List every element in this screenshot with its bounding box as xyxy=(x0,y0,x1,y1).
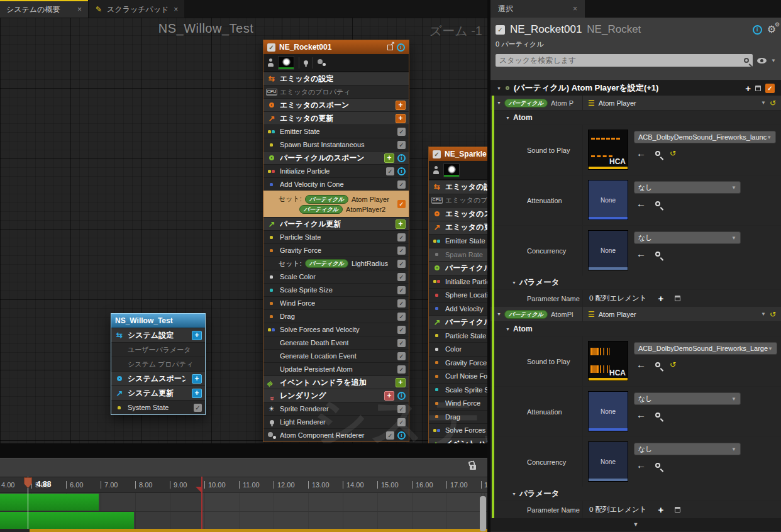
collapse-icon[interactable]: ▼ xyxy=(497,86,501,91)
gear-icon[interactable]: ⚙⚙ xyxy=(767,25,776,35)
module-enabled-checkbox[interactable]: ✓ xyxy=(397,299,406,308)
module-gravity-force[interactable]: Gravity Force xyxy=(429,356,487,370)
emitter-thumbnail[interactable] xyxy=(443,163,460,177)
module-wind-force[interactable]: Wind Force✓ xyxy=(263,296,409,309)
attenuation-thumbnail[interactable]: None xyxy=(588,391,628,431)
module-enabled-checkbox[interactable]: ✓ xyxy=(386,167,394,175)
light-icon[interactable] xyxy=(304,60,308,65)
stack-group-system-update[interactable]: ↗システム更新+ xyxy=(111,385,205,400)
emitter-track-bar[interactable] xyxy=(0,512,134,529)
module-enabled-checkbox[interactable]: ✓ xyxy=(397,247,406,255)
atom-subsection[interactable]: ▼Atom xyxy=(490,322,781,336)
atom-subsection[interactable]: ▼Atom xyxy=(490,111,781,125)
system-node[interactable]: NS_Willow_Test ⇆システム設定+ ユーザーパラメータ システム プ… xyxy=(111,313,206,415)
emitter-enabled-checkbox[interactable]: ✓ xyxy=(267,43,275,52)
module-enabled-checkbox[interactable]: ✓ xyxy=(397,200,406,208)
add-module-button[interactable]: + xyxy=(384,153,394,163)
parameters-subsection[interactable]: ▼パラメータ xyxy=(490,275,781,289)
collapse-icon[interactable]: ▼ xyxy=(512,492,516,496)
module-update-persistent-atom[interactable]: Update Persistent Atom✓ xyxy=(263,362,409,375)
stack-item-emitter-properties[interactable]: CPUエミッタのプロパティ xyxy=(263,85,409,98)
use-selected-icon[interactable]: ← xyxy=(636,360,646,369)
stack-group-emitter-settings[interactable]: ⇆エミッタの設定 xyxy=(263,72,409,85)
scroll-more-indicator[interactable]: ▼ xyxy=(490,518,781,531)
module-enabled-checkbox[interactable]: ✓ xyxy=(397,233,406,241)
module-particle-state[interactable]: Particle State✓ xyxy=(263,230,409,243)
emitter-thumbnail[interactable] xyxy=(278,56,294,70)
section-enabled-checkbox[interactable]: ✓ xyxy=(765,84,775,93)
browse-icon[interactable] xyxy=(655,413,660,418)
reset-icon[interactable]: ↺ xyxy=(670,150,676,157)
tab-system-overview[interactable]: システムの概要 × xyxy=(0,0,88,18)
stack-group-emitter-spawn[interactable]: エミッタのスポーン xyxy=(429,207,487,221)
timeline-hscrollbar[interactable] xyxy=(0,529,487,532)
set-parameters-section-header[interactable]: ▼ (パーティクル) Atom Playerを設定(+1) + ✓ xyxy=(490,80,781,96)
module-initialize-particle[interactable]: Initialize Particle xyxy=(429,275,487,289)
add-element-button[interactable]: + xyxy=(658,294,663,303)
emitter-node-header[interactable]: ✓ NE_Sparkle xyxy=(429,147,487,161)
module-set-lightradius[interactable]: セット:パーティクルLightRadius✓ xyxy=(263,257,409,270)
use-selected-icon[interactable]: ← xyxy=(636,199,646,208)
timeline-vscrollbar[interactable] xyxy=(480,496,486,531)
module-spawn-rate[interactable]: Spawn Rate xyxy=(429,248,487,262)
niagara-overview-canvas[interactable]: NS_Willow_Test ズーム -1 ✓ NE_Rocket001 i ⇆… xyxy=(0,18,487,443)
collapse-icon[interactable]: ▼ xyxy=(506,116,510,120)
module-enabled-checkbox[interactable]: ✓ xyxy=(397,352,406,360)
add-module-button[interactable]: + xyxy=(192,389,202,398)
concurrency-dropdown[interactable]: なし▼ xyxy=(634,443,741,455)
sound-asset-dropdown[interactable]: ACB_DolbyDemoSound_Fireworks_launc▼ xyxy=(634,131,776,143)
visibility-icon[interactable] xyxy=(757,58,767,64)
info-icon[interactable]: i xyxy=(397,43,405,52)
browse-icon[interactable] xyxy=(655,151,660,156)
open-external-icon[interactable] xyxy=(387,45,393,50)
browse-icon[interactable] xyxy=(655,463,660,468)
module-gravity-force[interactable]: Gravity Force✓ xyxy=(263,243,409,257)
module-enabled-checkbox[interactable]: ✓ xyxy=(397,326,406,334)
module-enabled-checkbox[interactable]: ✓ xyxy=(194,404,202,412)
playback-end-line[interactable] xyxy=(201,477,202,529)
lock-icon[interactable] xyxy=(470,465,476,470)
attenuation-thumbnail[interactable]: None xyxy=(588,180,628,220)
module-generate-location-event[interactable]: Generate Location Event✓ xyxy=(263,349,409,362)
module-generate-death-event[interactable]: Generate Death Event✓ xyxy=(263,336,409,349)
stack-group-system-settings[interactable]: ⇆システム設定+ xyxy=(111,328,205,342)
trash-icon[interactable] xyxy=(675,296,680,301)
close-icon[interactable]: × xyxy=(174,5,178,14)
trash-icon[interactable] xyxy=(755,86,761,91)
stack-group-system-spawn[interactable]: システムスポーン+ xyxy=(111,371,205,385)
module-spawn-burst[interactable]: Spawn Burst Instantaneous✓ xyxy=(263,138,409,151)
module-color[interactable]: Color xyxy=(429,342,487,356)
add-module-button[interactable]: + xyxy=(192,374,202,384)
search-input[interactable] xyxy=(499,56,744,65)
stack-item-user-parameters[interactable]: ユーザーパラメータ xyxy=(111,342,205,357)
add-module-button[interactable]: + xyxy=(396,114,406,123)
component-icon[interactable] xyxy=(318,59,326,66)
attenuation-dropdown[interactable]: なし▼ xyxy=(634,392,741,405)
module-enabled-checkbox[interactable]: ✓ xyxy=(397,339,406,347)
sound-asset-thumbnail[interactable]: HCA xyxy=(588,341,628,381)
range-end-marker[interactable] xyxy=(196,487,201,492)
info-icon[interactable]: i xyxy=(397,154,406,162)
module-add-velocity[interactable]: Add Velocity xyxy=(429,302,487,316)
module-system-state[interactable]: System State✓ xyxy=(111,400,205,414)
collapse-icon[interactable]: ▼ xyxy=(512,280,516,285)
isolate-emitter-icon[interactable] xyxy=(433,166,439,174)
module-initialize-particle[interactable]: Initialize Particle✓i xyxy=(263,164,409,177)
stack-item-emitter-properties[interactable]: CPUエミッタのプロパティ xyxy=(429,194,487,208)
emitter-track-bar[interactable] xyxy=(0,494,99,511)
module-enabled-checkbox[interactable]: ✓ xyxy=(397,141,406,149)
stack-search-box[interactable] xyxy=(496,54,753,67)
add-element-button[interactable]: + xyxy=(658,505,663,514)
stack-group-particle-update[interactable]: ↗パーティクル更新 xyxy=(429,315,487,329)
module-set-atom-player-selected[interactable]: セット:パーティクルAtom Player パーティクルAtomPlayer2 … xyxy=(263,191,409,217)
stack-group-emitter-update[interactable]: ↗エミッタの更新 xyxy=(429,221,487,235)
stack-group-emitter-update[interactable]: ↗エミッタの更新+ xyxy=(263,111,409,125)
attenuation-dropdown[interactable]: なし▼ xyxy=(634,181,741,194)
module-enabled-checkbox[interactable]: ✓ xyxy=(397,365,406,374)
reset-icon[interactable]: ↺ xyxy=(770,311,776,318)
isolate-emitter-icon[interactable] xyxy=(268,58,274,67)
chevron-down-icon[interactable]: ▼ xyxy=(761,311,766,317)
use-selected-icon[interactable]: ← xyxy=(636,460,646,470)
system-node-header[interactable]: NS_Willow_Test xyxy=(111,314,205,328)
module-emitter-state[interactable]: Emitter State xyxy=(429,234,487,248)
